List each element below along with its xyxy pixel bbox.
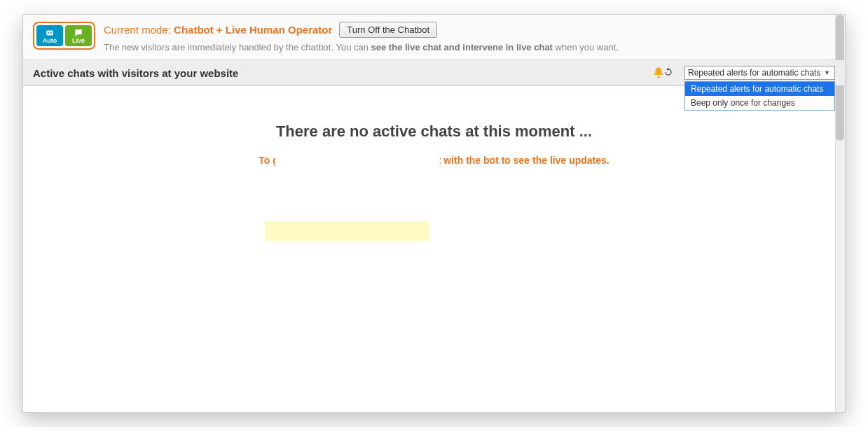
mode-label: Current mode: bbox=[104, 24, 174, 36]
live-badge: Live bbox=[65, 25, 92, 46]
alert-mode-select[interactable]: Repeated alerts for automatic chats bbox=[684, 66, 835, 80]
chat-icon bbox=[73, 28, 84, 38]
try-hint: To get a try, visit your website and cha… bbox=[37, 155, 831, 166]
live-badge-label: Live bbox=[72, 37, 85, 44]
bell-icon[interactable] bbox=[652, 66, 673, 79]
auto-badge: Auto bbox=[36, 25, 63, 46]
mode-description: The new visitors are immediately handled… bbox=[104, 42, 619, 52]
alert-option-repeated[interactable]: Repeated alerts for automatic chats bbox=[685, 82, 834, 96]
alert-selected-value: Repeated alerts for automatic chats bbox=[688, 68, 820, 78]
mode-badges: Auto Live bbox=[33, 22, 95, 50]
refresh-icon[interactable] bbox=[663, 67, 673, 79]
active-chats-bar: Active chats with visitors at your websi… bbox=[23, 60, 845, 86]
alert-dropdown: Repeated alerts for automatic chats Beep… bbox=[684, 81, 835, 111]
svg-point-2 bbox=[50, 31, 52, 33]
mode-desc-pre: The new visitors are immediately handled… bbox=[104, 42, 371, 52]
svg-rect-0 bbox=[46, 30, 53, 35]
svg-point-1 bbox=[48, 31, 49, 33]
mode-bar: Auto Live Current mode: Chatbot + Live H… bbox=[23, 15, 845, 60]
turn-off-chatbot-button[interactable]: Turn Off the Chatbot bbox=[339, 22, 437, 38]
robot-icon bbox=[44, 28, 55, 38]
alert-option-beep-once[interactable]: Beep only once for changes bbox=[685, 96, 834, 110]
mode-value: Chatbot + Live Human Operator bbox=[174, 24, 332, 36]
no-chats-message: There are no active chats at this moment… bbox=[37, 122, 831, 141]
highlight-patch bbox=[265, 221, 429, 241]
mode-desc-bold: see the live chat and intervene in live … bbox=[371, 42, 553, 52]
mode-desc-post: when you want. bbox=[553, 42, 619, 52]
active-chats-title: Active chats with visitors at your websi… bbox=[33, 67, 238, 79]
auto-badge-label: Auto bbox=[43, 37, 57, 44]
